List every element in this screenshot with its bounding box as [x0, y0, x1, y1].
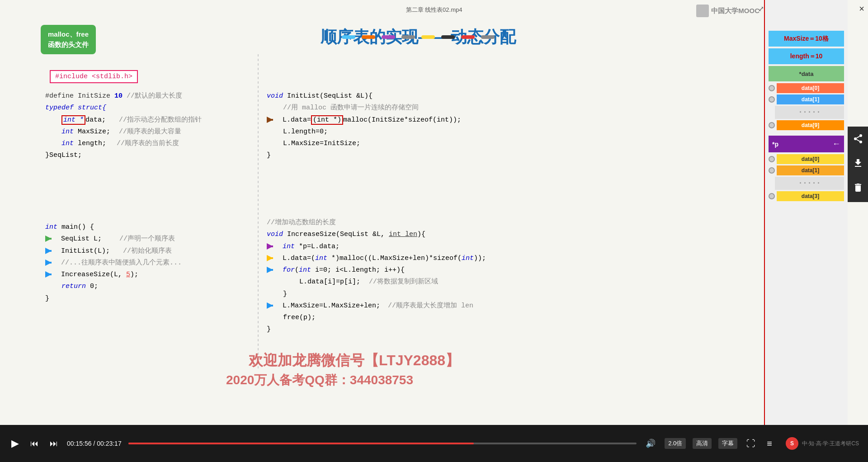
right-code-init: void InitList(SeqList &L){ //用 malloc 函数…	[267, 90, 565, 162]
svg-rect-7	[45, 273, 52, 275]
define-line: #define InitSize 10 //默认的最大长度	[45, 90, 202, 102]
sogou-icon: S	[786, 437, 798, 450]
dot-8	[481, 35, 495, 39]
bottom-text: 中·知·高·学·王道考研CS	[802, 440, 859, 448]
initlist-l: InitList(L); //初始化顺序表	[45, 245, 182, 257]
increase-sig: void IncreaseSize(SeqList &L, int len){	[267, 229, 574, 240]
typedef-line: typedef struct{	[45, 102, 202, 114]
subtitle-button[interactable]: 字幕	[718, 438, 737, 449]
lmaxsize-line: L.MaxSize=InitSize;	[267, 138, 565, 150]
viz-bottom-circle-3	[769, 193, 775, 199]
include-box: #include <stdlib.h>	[50, 70, 138, 83]
init-close: }	[267, 150, 565, 161]
viz-maxsize-label: MaxSize＝10格	[784, 35, 829, 42]
for-line: for(int i=0; i<L.length; i++){	[267, 264, 574, 276]
viz-bottom-cells: data[0] data[1] · · · · · data[3]	[769, 154, 844, 201]
int-length-line: int length; //顺序表的当前长度	[45, 138, 202, 150]
right-code-increase: //增加动态数组的长度 void IncreaseSize(SeqList &L…	[267, 217, 574, 336]
return0-l: return 0;	[45, 281, 182, 292]
svg-rect-3	[45, 250, 52, 252]
dot-7	[461, 35, 475, 39]
viz-bottom-circle-0	[769, 156, 775, 162]
dot-1	[342, 35, 355, 39]
video-content: 第二章 线性表02.mp4 中国大学MOOC ⤢ × 顺序表的实现——动态分配 …	[0, 0, 868, 425]
comment-insert: //...往顺序表中随便插入几个元素...	[45, 257, 182, 269]
comment-increase: //增加动态数组的长度	[267, 217, 574, 229]
svg-rect-13	[267, 257, 273, 259]
viz-length-box: length＝10	[769, 48, 844, 64]
fullscreen-button[interactable]: ⛶	[744, 436, 758, 451]
viz-p-box: *p ←	[769, 136, 844, 152]
viz-bottom-cell-0: data[0]	[769, 154, 844, 164]
viz-p-label: *p	[772, 141, 778, 148]
svg-rect-1	[45, 238, 52, 240]
close-button[interactable]: ×	[859, 4, 864, 14]
dot-2	[362, 35, 375, 39]
arrow-blue-5-icon	[267, 301, 277, 310]
main-code: int main() { SeqList L; //声明一个顺序表 InitLi…	[45, 222, 182, 305]
malloc-box: malloc、free 函数的头文件	[41, 25, 96, 54]
arrow-blue-2-icon	[45, 258, 55, 267]
svg-rect-11	[267, 245, 273, 247]
increasesize-l: IncreaseSize(L, 5);	[45, 269, 182, 281]
viz-cell-box-1: data[1]	[777, 94, 844, 104]
svg-point-19	[854, 137, 857, 140]
progress-bar[interactable]	[128, 443, 637, 444]
viz-bottom-cell-box-0: data[0]	[777, 154, 844, 164]
viz-maxsize-box: MaxSize＝10格	[769, 31, 844, 47]
mooc-logo: 中国大学MOOC	[696, 5, 760, 17]
viz-cell-9: data[9]	[769, 120, 844, 130]
dots-row	[81, 35, 755, 39]
viz-circle-9	[769, 122, 775, 128]
time-display: 00:15:56 / 00:23:17	[67, 440, 122, 447]
viz-cell-1: data[1]	[769, 94, 844, 104]
arrow-brown-icon	[267, 115, 277, 124]
video-file-title: 第二章 线性表02.mp4	[406, 2, 462, 15]
viz-data-box: *data	[769, 66, 844, 81]
lmaxsize2-line: L.MaxSize=L.MaxSize+len; //顺序表最大长度增加 len	[267, 300, 574, 312]
quality-button[interactable]: 高清	[693, 438, 712, 449]
viz-bottom-cell-1: data[1]	[769, 165, 844, 175]
arrow-yellow-icon	[267, 254, 277, 263]
viz-bottom-cell-dots: · · · · ·	[769, 177, 844, 190]
watermark-2: 2020万人备考QQ群：344038753	[226, 372, 413, 389]
svg-line-21	[856, 140, 859, 141]
download-button[interactable]	[853, 158, 863, 171]
next-button[interactable]: ⏭	[47, 437, 60, 451]
expand-button[interactable]: ⤢	[758, 5, 764, 13]
dot-6	[441, 35, 455, 39]
dot-4	[401, 35, 415, 39]
video-container: 第二章 线性表02.mp4 中国大学MOOC ⤢ × 顺序表的实现——动态分配 …	[0, 0, 868, 462]
viz-circle-0	[769, 85, 775, 91]
main-sig: int main() {	[45, 222, 182, 233]
for-close: }	[267, 288, 574, 300]
viz-data-label: *data	[799, 71, 814, 77]
seqlist-l: SeqList L; //声明一个顺序表	[45, 233, 182, 245]
mooc-text: 中国大学MOOC	[711, 7, 760, 15]
viz-cell-box-0: data[0]	[777, 83, 844, 93]
arrow-blue-4-icon	[267, 265, 277, 274]
viz-length-label: length＝10	[790, 52, 823, 60]
int-maxsize-line: int MaxSize; //顺序表的最大容量	[45, 126, 202, 138]
control-bar: ▶ ⏮ ⏭ 00:15:56 / 00:23:17 🔊 2.0倍 高清 字幕 ⛶…	[0, 425, 868, 462]
share-button[interactable]	[853, 133, 863, 146]
viz-bottom-circle-1	[769, 167, 775, 174]
comment-malloc: //用 malloc 函数申请一片连续的存储空间	[267, 102, 565, 114]
prev-button[interactable]: ⏮	[28, 437, 41, 451]
seqlist-line: }SeqList;	[45, 150, 202, 161]
viz-bottom-cell-box-dots: · · · · ·	[775, 177, 844, 190]
initlist-sig: void InitList(SeqList &L){	[267, 90, 565, 102]
viz-cell-box-dots: · · · · ·	[775, 106, 844, 119]
trash-button[interactable]	[853, 182, 863, 195]
viz-arrow-right: ←	[832, 139, 840, 149]
play-button[interactable]: ▶	[9, 435, 21, 452]
speed-button[interactable]: 2.0倍	[665, 438, 686, 449]
llength-line: L.length=0;	[267, 126, 565, 138]
dot-3	[382, 35, 395, 39]
free-p-line: free(p);	[267, 312, 574, 324]
increase-close: }	[267, 324, 574, 335]
menu-button[interactable]: ≡	[764, 436, 774, 451]
bottom-logos: S 中·知·高·学·王道考研CS	[786, 437, 859, 450]
volume-button[interactable]: 🔊	[643, 436, 658, 451]
side-buttons-panel	[848, 127, 868, 202]
